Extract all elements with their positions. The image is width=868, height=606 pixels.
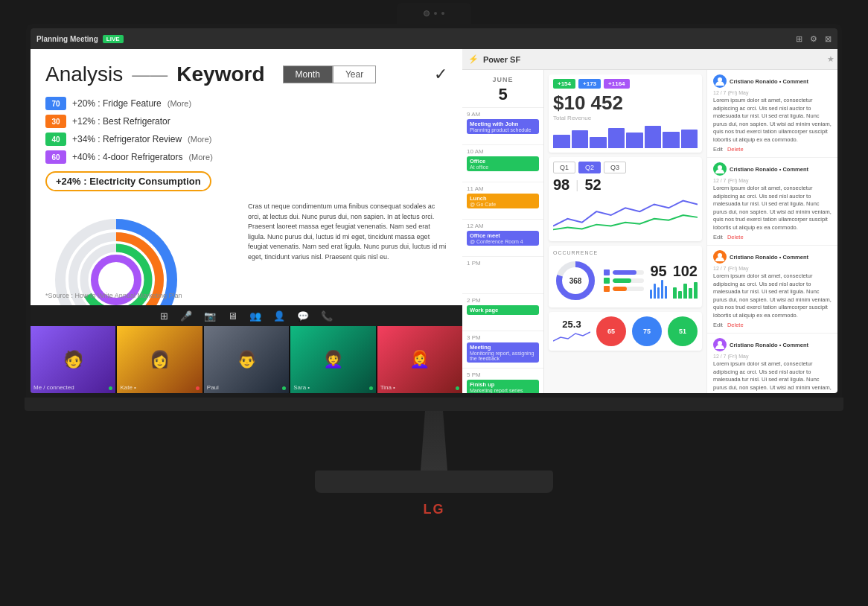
cal-event-2pm[interactable]: Work page xyxy=(467,305,539,315)
grid-icon[interactable]: ⊞ xyxy=(160,310,168,322)
cal-month: JUNE xyxy=(465,76,540,83)
right-panel: ⚡ Power SF ★ JUNE 5 9 AM xyxy=(462,49,837,393)
cal-event-10am[interactable]: Office At office xyxy=(467,156,539,171)
end-call-icon[interactable]: 📞 xyxy=(321,310,333,322)
people-icon[interactable]: 👥 xyxy=(249,310,261,322)
tab-year[interactable]: Year xyxy=(333,66,376,83)
meeting-badge: Planning Meeting LIVE xyxy=(36,35,124,43)
cal-header: JUNE 5 xyxy=(462,70,543,108)
cal-event-3pm[interactable]: Meeting Monitoring report, assigning the… xyxy=(467,342,539,363)
revenue-card: +154 +173 +1164 $10 452 Total Revenue xyxy=(549,74,702,153)
cal-event-11am[interactable]: Lunch @ Go Cafe xyxy=(467,194,539,208)
comment-3-actions: Edit Delete xyxy=(713,322,835,328)
occurrence-row: 368 xyxy=(553,258,698,303)
cal-slot-3pm: 3 PM Meeting Monitoring report, assignin… xyxy=(462,331,543,369)
comment-1-edit[interactable]: Edit xyxy=(713,146,723,153)
mini-bars-102 xyxy=(673,280,698,299)
settings-icon[interactable]: ⚙ xyxy=(810,34,817,44)
small-metrics-row: 25.3 65 75 xyxy=(553,316,698,346)
cal-time-5pm: 5 PM xyxy=(467,371,539,378)
chat-icon[interactable]: 💬 xyxy=(297,310,309,322)
add-person-icon[interactable]: 👤 xyxy=(273,310,285,322)
metric-val-52: 52 xyxy=(584,176,601,194)
video-thumb-4[interactable]: 👩‍🦱 Sara • xyxy=(290,326,375,393)
kw-more-3[interactable]: (More) xyxy=(188,135,211,144)
meeting-title: Planning Meeting xyxy=(36,35,98,43)
comment-4-time: 12 / 7 (Fri) May xyxy=(713,354,835,359)
cal-day: 5 xyxy=(465,85,540,104)
comment-1-name: Cristiano Ronaldo • Comment xyxy=(730,78,808,85)
kw-more-1[interactable]: (More) xyxy=(167,99,191,108)
comment-2-delete[interactable]: Delete xyxy=(727,234,744,240)
thumb-dot-5 xyxy=(456,386,459,390)
webcam-lens xyxy=(424,10,430,16)
cal-event-5pm[interactable]: Finish up Marketing report series xyxy=(467,380,539,393)
donut-gauge: 368 xyxy=(553,258,598,303)
comment-3-header: Cristiano Ronaldo • Comment xyxy=(713,250,835,264)
kw-num-2: 30 xyxy=(45,115,66,128)
occurrence-label: OCCURRENCE xyxy=(553,250,698,255)
video-thumb-2[interactable]: 👩 Kate • xyxy=(117,326,202,393)
comment-2-avatar xyxy=(713,162,727,176)
stand-base xyxy=(315,471,553,493)
video-thumb-1[interactable]: 🧑 Me / connected xyxy=(31,326,115,393)
comment-2-header: Cristiano Ronaldo • Comment xyxy=(713,162,835,176)
share-icon[interactable]: ⊞ xyxy=(796,34,802,44)
comment-3-edit[interactable]: Edit xyxy=(713,322,723,328)
thumb-label-5: Tina • xyxy=(380,384,395,391)
camera-icon[interactable]: 📷 xyxy=(204,310,216,322)
revenue-label: Total Revenue xyxy=(553,115,698,121)
cal-event-12am[interactable]: Office meet @ Conference Room 4 xyxy=(467,231,539,246)
metric-val-102: 102 xyxy=(673,263,698,280)
app-title: Power SF xyxy=(483,55,520,64)
comment-2-edit[interactable]: Edit xyxy=(713,234,723,240)
comment-1-text: Lorem ipsum dolor sit amet, consectetur … xyxy=(713,97,835,144)
star-icon[interactable]: ★ xyxy=(827,54,835,64)
kw-item-5: +24% : Electricity Consumption xyxy=(45,168,447,191)
pres-header: Analysis —— Keyword Month Year ✓ xyxy=(45,63,447,86)
keyword-items: 70 +20% : Fridge Feature (More) 30 +12% … xyxy=(45,97,447,191)
comment-1-delete[interactable]: Delete xyxy=(727,146,744,153)
video-thumb-3[interactable]: 👨 Paul xyxy=(204,326,289,393)
thumb-dot-4 xyxy=(369,386,373,390)
metric-52: 52 xyxy=(584,176,601,194)
comment-1-time: 12 / 7 (Fri) May xyxy=(713,90,835,95)
comment-3-delete[interactable]: Delete xyxy=(727,322,744,328)
q1-button[interactable]: Q1 xyxy=(553,162,575,173)
kw-item-2: 30 +12% : Best Refrigerator xyxy=(45,115,447,128)
screen-topbar: Planning Meeting LIVE ⊞ ⚙ ⊠ xyxy=(31,28,837,49)
metric-sep: | xyxy=(575,179,578,192)
comment-2-text: Lorem ipsum dolor sit amet, consectetur … xyxy=(713,185,835,232)
comment-3-text: Lorem ipsum dolor sit amet, consectetur … xyxy=(713,272,835,319)
thumb-label-3: Paul xyxy=(207,384,219,391)
kw-num-4: 60 xyxy=(45,150,66,164)
metrics-95-102: 95 xyxy=(650,263,698,299)
badge-2: +173 xyxy=(578,79,601,89)
q2-button[interactable]: Q2 xyxy=(578,162,601,173)
q3-button[interactable]: Q3 xyxy=(604,162,626,173)
comment-4-avatar xyxy=(713,338,727,351)
kw-text-1: +20% : Fridge Feature xyxy=(72,98,162,109)
cal-slot-11am: 11 AM Lunch @ Go Cafe xyxy=(462,182,543,220)
thumb-person-2: 👩 xyxy=(117,326,202,393)
presentation-area: Analysis —— Keyword Month Year ✓ xyxy=(31,49,462,305)
exit-icon[interactable]: ⊠ xyxy=(825,34,832,44)
screen-share-icon[interactable]: 🖥 xyxy=(228,310,237,322)
webcam-mic2 xyxy=(441,12,444,15)
mic-icon[interactable]: 🎤 xyxy=(180,310,192,322)
cal-event-9am[interactable]: Meeting with John Planning product sched… xyxy=(467,119,539,134)
q-card: Q1 Q2 Q3 98 | xyxy=(549,157,702,241)
kw-more-4[interactable]: (More) xyxy=(188,153,212,162)
comment-2-time: 12 / 7 (Fri) May xyxy=(713,178,835,183)
metric-val-25: 25.3 xyxy=(553,319,590,330)
thumb-person-1: 🧑 xyxy=(31,326,115,393)
gauge-51: 51 xyxy=(668,316,698,346)
thumb-label-4: Sara • xyxy=(293,384,310,391)
pres-body-text: Cras ut neque condimentum uma finibus co… xyxy=(248,202,449,262)
screen-content: Analysis —— Keyword Month Year ✓ xyxy=(31,49,837,393)
tab-month[interactable]: Month xyxy=(283,66,333,83)
kw-highlight: +24% : Electricity Consumption xyxy=(45,171,211,191)
video-thumb-5[interactable]: 👩‍🦰 Tina • xyxy=(377,326,462,393)
thumb-label-1: Me / connected xyxy=(33,384,74,391)
kw-num-1: 70 xyxy=(45,97,66,110)
